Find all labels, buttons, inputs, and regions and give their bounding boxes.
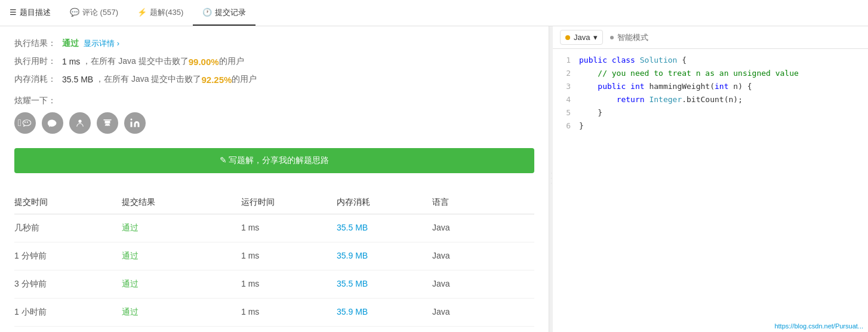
row-time: 3 分钟前 bbox=[14, 279, 122, 290]
header-lang: 语言 bbox=[432, 197, 534, 208]
status-value: 通过 bbox=[62, 38, 79, 49]
bottom-link[interactable]: https://blog.csdn.net/Pursuat... bbox=[774, 322, 863, 330]
write-solution-button[interactable]: ✎ 写题解，分享我的解题思路 bbox=[14, 148, 534, 173]
lang-label: Java bbox=[574, 33, 590, 42]
table-row: 3 分钟前 通过 1 ms 35.5 MB Java bbox=[14, 270, 534, 299]
header-runtime: 运行时间 bbox=[241, 197, 337, 208]
description-icon: ☰ bbox=[10, 8, 17, 17]
smart-dot-icon bbox=[610, 36, 614, 39]
memory-suffix: 的用户 bbox=[232, 74, 257, 85]
weibo-btn[interactable] bbox=[42, 112, 63, 134]
row-result[interactable]: 通过 bbox=[122, 223, 241, 233]
row-result[interactable]: 通过 bbox=[122, 279, 241, 290]
svg-point-0 bbox=[24, 121, 26, 122]
code-lines: 123456 public class Solution { // you ne… bbox=[553, 49, 868, 137]
avatar-btn[interactable] bbox=[69, 112, 91, 134]
row-time: 几秒前 bbox=[14, 223, 122, 233]
time-suffix: 的用户 bbox=[219, 56, 244, 67]
row-result[interactable]: 通过 bbox=[122, 307, 241, 318]
code-editor[interactable]: 123456 public class Solution { // you ne… bbox=[553, 49, 868, 332]
row-memory: 35.9 MB bbox=[337, 307, 432, 318]
line-numbers: 123456 bbox=[553, 49, 577, 137]
table-row: 几秒前 通过 1 ms 35.5 MB Java bbox=[14, 214, 534, 242]
row-runtime: 1 ms bbox=[241, 223, 337, 233]
header-result: 提交结果 bbox=[122, 197, 241, 208]
code-line: return Integer.bitCount(n); bbox=[579, 93, 868, 106]
lang-dot-icon bbox=[565, 35, 570, 40]
svg-point-5 bbox=[131, 119, 133, 121]
status-row: 执行结果： 通过 显示详情 › bbox=[14, 38, 534, 49]
svg-point-1 bbox=[27, 121, 28, 122]
row-lang: Java bbox=[432, 251, 534, 262]
svg-point-2 bbox=[78, 119, 81, 122]
douban-btn[interactable] bbox=[97, 112, 118, 134]
editor-toolbar: Java ▾ 智能模式 bbox=[553, 26, 868, 49]
detail-link[interactable]: 显示详情 › bbox=[84, 38, 119, 49]
chevron-down-icon: ▾ bbox=[593, 33, 598, 42]
table-header: 提交时间 提交结果 运行时间 内存消耗 语言 bbox=[14, 191, 534, 214]
row-lang: Java bbox=[432, 279, 534, 290]
code-line: } bbox=[579, 106, 868, 119]
tab-bar: ☰ 题目描述 💬 评论 (557) ⚡ 题解(435) 🕐 提交记录 bbox=[0, 0, 868, 26]
time-percent: 99.00% bbox=[189, 57, 219, 67]
line-number: 5 bbox=[553, 106, 577, 119]
time-value: 1 ms bbox=[62, 57, 80, 66]
code-line: } bbox=[579, 119, 868, 133]
svg-rect-3 bbox=[103, 119, 112, 121]
main-layout: 执行结果： 通过 显示详情 › 执行用时： 1 ms ，在所有 Java 提交中… bbox=[0, 26, 868, 332]
memory-mid: ，在所有 Java 提交中击败了 bbox=[96, 74, 201, 85]
time-label: 执行用时： bbox=[14, 56, 62, 67]
memory-row: 内存消耗： 35.5 MB ，在所有 Java 提交中击败了 92.25% 的用… bbox=[14, 74, 534, 85]
time-row: 执行用时： 1 ms ，在所有 Java 提交中击败了 99.00% 的用户 bbox=[14, 56, 534, 67]
row-memory: 35.5 MB bbox=[337, 279, 432, 290]
line-number: 6 bbox=[553, 119, 577, 133]
tab-submissions[interactable]: 🕐 提交记录 bbox=[193, 0, 256, 26]
row-lang: Java bbox=[432, 307, 534, 318]
row-lang: Java bbox=[432, 223, 534, 233]
code-line: public int hammingWeight(int n) { bbox=[579, 80, 868, 93]
tab-comments[interactable]: 💬 评论 (557) bbox=[60, 0, 128, 26]
row-time: 1 分钟前 bbox=[14, 251, 122, 262]
row-memory: 35.5 MB bbox=[337, 223, 432, 233]
code-content[interactable]: public class Solution { // you need to t… bbox=[577, 49, 868, 137]
wechat-btn[interactable]:  bbox=[14, 112, 36, 134]
left-panel: 执行结果： 通过 显示详情 › 执行用时： 1 ms ，在所有 Java 提交中… bbox=[0, 26, 549, 332]
code-line: // you need to treat n as an unsigned va… bbox=[579, 67, 868, 80]
share-label: 炫耀一下： bbox=[14, 96, 534, 106]
share-section: 炫耀一下：  bbox=[14, 96, 534, 134]
table-row: 1 分钟前 通过 1 ms 35.9 MB Java bbox=[14, 242, 534, 270]
header-memory: 内存消耗 bbox=[337, 197, 432, 208]
smart-mode-label: 智能模式 bbox=[617, 32, 648, 43]
language-selector[interactable]: Java ▾ bbox=[560, 30, 603, 45]
solutions-icon: ⚡ bbox=[137, 8, 147, 17]
memory-percent: 92.25% bbox=[202, 75, 232, 85]
row-runtime: 1 ms bbox=[241, 251, 337, 262]
tab-solutions[interactable]: ⚡ 题解(435) bbox=[128, 0, 193, 26]
status-label: 执行结果： bbox=[14, 38, 62, 49]
result-section: 执行结果： 通过 显示详情 › 执行用时： 1 ms ，在所有 Java 提交中… bbox=[14, 38, 534, 85]
line-number: 2 bbox=[553, 67, 577, 80]
time-mid: ，在所有 Java 提交中击败了 bbox=[82, 56, 188, 67]
row-result[interactable]: 通过 bbox=[122, 251, 241, 262]
table-row: 1 小时前 通过 1 ms 35.9 MB Java bbox=[14, 299, 534, 327]
clock-icon: 🕐 bbox=[202, 8, 212, 17]
line-number: 1 bbox=[553, 54, 577, 67]
row-time: 1 小时前 bbox=[14, 307, 122, 318]
code-editor-panel: Java ▾ 智能模式 123456 public class Solution… bbox=[553, 26, 868, 332]
social-icons:  bbox=[14, 112, 534, 134]
submissions-table: 提交时间 提交结果 运行时间 内存消耗 语言 几秒前 通过 1 ms 35.5 … bbox=[14, 191, 534, 327]
comments-icon: 💬 bbox=[70, 8, 79, 17]
memory-label: 内存消耗： bbox=[14, 74, 62, 85]
smart-mode-toggle[interactable]: 智能模式 bbox=[610, 32, 648, 43]
memory-value: 35.5 MB bbox=[62, 75, 93, 84]
code-line: public class Solution { bbox=[579, 54, 868, 67]
header-time: 提交时间 bbox=[14, 197, 122, 208]
line-number: 3 bbox=[553, 80, 577, 93]
row-memory: 35.9 MB bbox=[337, 251, 432, 262]
row-runtime: 1 ms bbox=[241, 307, 337, 318]
linkedin-btn[interactable] bbox=[124, 112, 146, 134]
tab-description[interactable]: ☰ 题目描述 bbox=[0, 0, 60, 26]
row-runtime: 1 ms bbox=[241, 279, 337, 290]
line-number: 4 bbox=[553, 93, 577, 106]
